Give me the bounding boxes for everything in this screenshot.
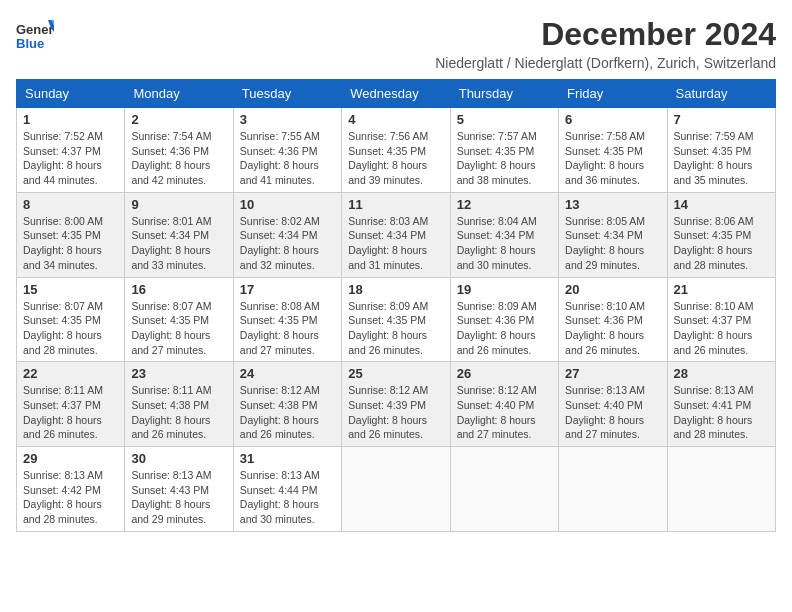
day-number: 13 (565, 197, 660, 212)
day-info: Sunrise: 8:09 AMSunset: 4:36 PMDaylight:… (457, 299, 552, 358)
day-number: 12 (457, 197, 552, 212)
calendar-cell: 4Sunrise: 7:56 AMSunset: 4:35 PMDaylight… (342, 108, 450, 193)
week-row-4: 22Sunrise: 8:11 AMSunset: 4:37 PMDayligh… (17, 362, 776, 447)
calendar-cell: 29Sunrise: 8:13 AMSunset: 4:42 PMDayligh… (17, 447, 125, 532)
day-info: Sunrise: 7:56 AMSunset: 4:35 PMDaylight:… (348, 129, 443, 188)
day-info: Sunrise: 8:03 AMSunset: 4:34 PMDaylight:… (348, 214, 443, 273)
day-number: 14 (674, 197, 769, 212)
day-info: Sunrise: 8:04 AMSunset: 4:34 PMDaylight:… (457, 214, 552, 273)
svg-text:General: General (16, 22, 54, 37)
day-info: Sunrise: 8:00 AMSunset: 4:35 PMDaylight:… (23, 214, 118, 273)
calendar-cell: 23Sunrise: 8:11 AMSunset: 4:38 PMDayligh… (125, 362, 233, 447)
day-info: Sunrise: 8:05 AMSunset: 4:34 PMDaylight:… (565, 214, 660, 273)
calendar-cell (559, 447, 667, 532)
day-number: 15 (23, 282, 118, 297)
calendar-table: SundayMondayTuesdayWednesdayThursdayFrid… (16, 79, 776, 532)
week-row-5: 29Sunrise: 8:13 AMSunset: 4:42 PMDayligh… (17, 447, 776, 532)
svg-text:Blue: Blue (16, 36, 44, 51)
day-info: Sunrise: 8:11 AMSunset: 4:37 PMDaylight:… (23, 383, 118, 442)
day-info: Sunrise: 8:12 AMSunset: 4:40 PMDaylight:… (457, 383, 552, 442)
day-number: 9 (131, 197, 226, 212)
calendar-cell (450, 447, 558, 532)
calendar-cell: 10Sunrise: 8:02 AMSunset: 4:34 PMDayligh… (233, 192, 341, 277)
day-number: 3 (240, 112, 335, 127)
day-info: Sunrise: 8:12 AMSunset: 4:39 PMDaylight:… (348, 383, 443, 442)
day-number: 2 (131, 112, 226, 127)
day-number: 11 (348, 197, 443, 212)
calendar-cell: 2Sunrise: 7:54 AMSunset: 4:36 PMDaylight… (125, 108, 233, 193)
day-header-friday: Friday (559, 80, 667, 108)
day-number: 24 (240, 366, 335, 381)
calendar-cell: 12Sunrise: 8:04 AMSunset: 4:34 PMDayligh… (450, 192, 558, 277)
calendar-cell: 21Sunrise: 8:10 AMSunset: 4:37 PMDayligh… (667, 277, 775, 362)
day-number: 6 (565, 112, 660, 127)
day-number: 28 (674, 366, 769, 381)
day-number: 4 (348, 112, 443, 127)
day-info: Sunrise: 8:12 AMSunset: 4:38 PMDaylight:… (240, 383, 335, 442)
day-number: 26 (457, 366, 552, 381)
calendar-cell: 9Sunrise: 8:01 AMSunset: 4:34 PMDaylight… (125, 192, 233, 277)
day-info: Sunrise: 8:06 AMSunset: 4:35 PMDaylight:… (674, 214, 769, 273)
day-header-sunday: Sunday (17, 80, 125, 108)
calendar-cell (342, 447, 450, 532)
location-subtitle: Niederglatt / Niederglatt (Dorfkern), Zu… (435, 55, 776, 71)
day-info: Sunrise: 8:02 AMSunset: 4:34 PMDaylight:… (240, 214, 335, 273)
calendar-cell: 8Sunrise: 8:00 AMSunset: 4:35 PMDaylight… (17, 192, 125, 277)
calendar-cell: 28Sunrise: 8:13 AMSunset: 4:41 PMDayligh… (667, 362, 775, 447)
title-section: December 2024 Niederglatt / Niederglatt … (435, 16, 776, 71)
day-info: Sunrise: 8:07 AMSunset: 4:35 PMDaylight:… (131, 299, 226, 358)
calendar-cell: 17Sunrise: 8:08 AMSunset: 4:35 PMDayligh… (233, 277, 341, 362)
week-row-1: 1Sunrise: 7:52 AMSunset: 4:37 PMDaylight… (17, 108, 776, 193)
calendar-cell (667, 447, 775, 532)
day-info: Sunrise: 8:11 AMSunset: 4:38 PMDaylight:… (131, 383, 226, 442)
calendar-cell: 1Sunrise: 7:52 AMSunset: 4:37 PMDaylight… (17, 108, 125, 193)
day-header-saturday: Saturday (667, 80, 775, 108)
calendar-cell: 14Sunrise: 8:06 AMSunset: 4:35 PMDayligh… (667, 192, 775, 277)
day-info: Sunrise: 7:54 AMSunset: 4:36 PMDaylight:… (131, 129, 226, 188)
day-info: Sunrise: 8:13 AMSunset: 4:44 PMDaylight:… (240, 468, 335, 527)
day-number: 25 (348, 366, 443, 381)
day-number: 22 (23, 366, 118, 381)
day-number: 19 (457, 282, 552, 297)
day-number: 7 (674, 112, 769, 127)
calendar-cell: 27Sunrise: 8:13 AMSunset: 4:40 PMDayligh… (559, 362, 667, 447)
day-info: Sunrise: 8:13 AMSunset: 4:42 PMDaylight:… (23, 468, 118, 527)
calendar-cell: 30Sunrise: 8:13 AMSunset: 4:43 PMDayligh… (125, 447, 233, 532)
day-number: 27 (565, 366, 660, 381)
day-info: Sunrise: 8:13 AMSunset: 4:41 PMDaylight:… (674, 383, 769, 442)
day-number: 20 (565, 282, 660, 297)
day-number: 5 (457, 112, 552, 127)
day-info: Sunrise: 8:08 AMSunset: 4:35 PMDaylight:… (240, 299, 335, 358)
day-info: Sunrise: 8:13 AMSunset: 4:40 PMDaylight:… (565, 383, 660, 442)
day-number: 16 (131, 282, 226, 297)
calendar-cell: 18Sunrise: 8:09 AMSunset: 4:35 PMDayligh… (342, 277, 450, 362)
calendar-cell: 7Sunrise: 7:59 AMSunset: 4:35 PMDaylight… (667, 108, 775, 193)
days-header-row: SundayMondayTuesdayWednesdayThursdayFrid… (17, 80, 776, 108)
calendar-cell: 11Sunrise: 8:03 AMSunset: 4:34 PMDayligh… (342, 192, 450, 277)
day-header-thursday: Thursday (450, 80, 558, 108)
day-number: 30 (131, 451, 226, 466)
week-row-3: 15Sunrise: 8:07 AMSunset: 4:35 PMDayligh… (17, 277, 776, 362)
month-title: December 2024 (435, 16, 776, 53)
calendar-cell: 6Sunrise: 7:58 AMSunset: 4:35 PMDaylight… (559, 108, 667, 193)
logo: General Blue (16, 16, 54, 58)
calendar-cell: 15Sunrise: 8:07 AMSunset: 4:35 PMDayligh… (17, 277, 125, 362)
day-info: Sunrise: 8:09 AMSunset: 4:35 PMDaylight:… (348, 299, 443, 358)
day-number: 29 (23, 451, 118, 466)
day-info: Sunrise: 7:58 AMSunset: 4:35 PMDaylight:… (565, 129, 660, 188)
calendar-cell: 13Sunrise: 8:05 AMSunset: 4:34 PMDayligh… (559, 192, 667, 277)
calendar-cell: 26Sunrise: 8:12 AMSunset: 4:40 PMDayligh… (450, 362, 558, 447)
calendar-cell: 31Sunrise: 8:13 AMSunset: 4:44 PMDayligh… (233, 447, 341, 532)
page-header: General Blue December 2024 Niederglatt /… (16, 16, 776, 71)
day-number: 1 (23, 112, 118, 127)
day-number: 18 (348, 282, 443, 297)
calendar-cell: 3Sunrise: 7:55 AMSunset: 4:36 PMDaylight… (233, 108, 341, 193)
day-number: 10 (240, 197, 335, 212)
day-header-wednesday: Wednesday (342, 80, 450, 108)
day-info: Sunrise: 8:10 AMSunset: 4:36 PMDaylight:… (565, 299, 660, 358)
day-info: Sunrise: 8:07 AMSunset: 4:35 PMDaylight:… (23, 299, 118, 358)
day-info: Sunrise: 7:52 AMSunset: 4:37 PMDaylight:… (23, 129, 118, 188)
calendar-cell: 5Sunrise: 7:57 AMSunset: 4:35 PMDaylight… (450, 108, 558, 193)
day-header-monday: Monday (125, 80, 233, 108)
day-header-tuesday: Tuesday (233, 80, 341, 108)
